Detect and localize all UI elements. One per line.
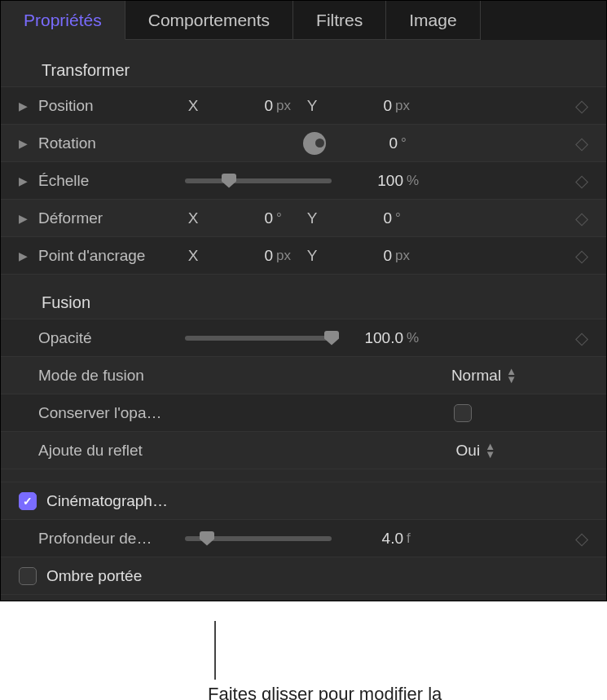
deform-y-unit: ° bbox=[395, 210, 416, 227]
blend-mode-dropdown[interactable]: Normal ▲▼ bbox=[451, 367, 517, 385]
disclosure-icon[interactable]: ▶ bbox=[19, 174, 32, 187]
add-reflection-label: Ajoute du reflet bbox=[38, 442, 177, 460]
deform-y-field[interactable]: 0 ° bbox=[327, 209, 416, 227]
blend-mode-value: Normal bbox=[451, 367, 501, 385]
disclosure-icon[interactable]: ▶ bbox=[19, 249, 32, 262]
row-preserve-opacity: Conserver l'opa… bbox=[1, 394, 606, 431]
depth-unit: f bbox=[407, 531, 428, 547]
position-x-value: 0 bbox=[235, 97, 273, 115]
row-add-reflection: Ajoute du reflet Oui ▲▼ bbox=[1, 431, 606, 469]
anchor-x-value: 0 bbox=[235, 247, 273, 265]
tab-behaviors[interactable]: Comportements bbox=[125, 1, 293, 40]
keyframe-icon[interactable]: ◇ bbox=[565, 171, 598, 191]
add-reflection-controls: Oui ▲▼ bbox=[177, 442, 565, 460]
depth-slider-thumb[interactable] bbox=[200, 531, 214, 546]
scale-label: Échelle bbox=[38, 172, 177, 190]
rotation-field[interactable]: 0 ° bbox=[332, 134, 422, 152]
rotation-dial[interactable] bbox=[303, 132, 326, 155]
scale-slider[interactable] bbox=[185, 178, 332, 183]
position-y-unit: px bbox=[395, 98, 416, 114]
row-depth: Profondeur de… 4.0 f ◇ bbox=[1, 519, 606, 557]
preserve-opacity-label: Conserver l'opa… bbox=[38, 404, 177, 422]
scale-slider-thumb[interactable] bbox=[222, 174, 236, 188]
disclosure-icon[interactable]: ▶ bbox=[19, 212, 32, 225]
scale-controls: 100 % bbox=[177, 172, 565, 190]
annotation-text: Faites glisser pour modifier la profonde… bbox=[208, 683, 501, 700]
preserve-opacity-checkbox[interactable] bbox=[454, 404, 472, 422]
drop-shadow-checkbox[interactable] bbox=[19, 567, 37, 585]
position-y-field[interactable]: 0 px bbox=[327, 97, 416, 115]
disclosure-icon[interactable]: ▶ bbox=[19, 137, 32, 150]
position-controls: X 0 px Y 0 px bbox=[177, 97, 565, 115]
keyframe-icon[interactable]: ◇ bbox=[565, 246, 598, 266]
tab-filters[interactable]: Filtres bbox=[293, 1, 386, 40]
keyframe-icon[interactable]: ◇ bbox=[565, 96, 598, 116]
rotation-label: Rotation bbox=[38, 134, 177, 152]
deform-x-value: 0 bbox=[235, 209, 273, 227]
depth-field[interactable]: 4.0 f bbox=[338, 530, 428, 548]
keyframe-icon[interactable]: ◇ bbox=[565, 529, 598, 548]
position-y-value: 0 bbox=[354, 97, 392, 115]
updown-icon: ▲▼ bbox=[506, 368, 517, 382]
row-opacity: Opacité 100.0 % ◇ bbox=[1, 319, 606, 356]
tab-bar: Propriétés Comportements Filtres Image bbox=[1, 1, 606, 40]
deform-x-unit: ° bbox=[276, 210, 297, 227]
callout-line bbox=[214, 621, 216, 680]
anchor-controls: X 0 px Y 0 px bbox=[177, 247, 565, 265]
anchor-x-field[interactable]: 0 px bbox=[208, 247, 297, 265]
scale-unit: % bbox=[407, 173, 428, 189]
depth-slider[interactable] bbox=[185, 536, 332, 541]
annotation-callout: Faites glisser pour modifier la profonde… bbox=[208, 621, 501, 700]
x-axis-label: X bbox=[185, 97, 201, 115]
preserve-opacity-controls bbox=[177, 404, 565, 422]
row-deform: ▶ Déformer X 0 ° Y 0 ° ◇ bbox=[1, 199, 606, 236]
rotation-value: 0 bbox=[360, 134, 398, 152]
tab-image[interactable]: Image bbox=[386, 1, 480, 40]
y-axis-label: Y bbox=[304, 97, 320, 115]
keyframe-icon[interactable]: ◇ bbox=[565, 209, 598, 228]
cinematic-checkbox[interactable]: ✓ bbox=[19, 492, 37, 510]
anchor-y-value: 0 bbox=[354, 247, 392, 265]
opacity-slider[interactable] bbox=[185, 336, 332, 341]
deform-x-field[interactable]: 0 ° bbox=[208, 209, 297, 227]
rotation-unit: ° bbox=[401, 135, 422, 152]
deform-controls: X 0 ° Y 0 ° bbox=[177, 209, 565, 227]
tab-properties[interactable]: Propriétés bbox=[1, 1, 125, 40]
depth-label: Profondeur de… bbox=[38, 530, 177, 548]
row-anchor: ▶ Point d'ancrage X 0 px Y 0 px ◇ bbox=[1, 236, 606, 274]
check-icon: ✓ bbox=[23, 495, 33, 508]
updown-icon: ▲▼ bbox=[485, 442, 495, 457]
position-x-field[interactable]: 0 px bbox=[208, 97, 297, 115]
blend-mode-label: Mode de fusion bbox=[38, 367, 177, 385]
scale-field[interactable]: 100 % bbox=[338, 172, 428, 190]
disclosure-icon[interactable]: ▶ bbox=[19, 99, 32, 112]
opacity-field[interactable]: 100.0 % bbox=[338, 329, 428, 347]
anchor-y-unit: px bbox=[395, 248, 416, 264]
add-reflection-value: Oui bbox=[456, 442, 481, 460]
blend-mode-controls: Normal ▲▼ bbox=[177, 367, 565, 385]
depth-value: 4.0 bbox=[366, 530, 403, 548]
row-scale: ▶ Échelle 100 % ◇ bbox=[1, 161, 606, 199]
inspector-panel: Propriétés Comportements Filtres Image T… bbox=[0, 0, 607, 601]
x-axis-label: X bbox=[185, 247, 201, 265]
section-fusion-header: Fusion bbox=[1, 287, 606, 319]
position-label: Position bbox=[38, 97, 177, 115]
opacity-slider-thumb[interactable] bbox=[324, 331, 339, 346]
keyframe-icon[interactable]: ◇ bbox=[565, 328, 598, 348]
depth-controls: 4.0 f bbox=[177, 530, 565, 548]
add-reflection-dropdown[interactable]: Oui ▲▼ bbox=[456, 442, 495, 460]
deform-label: Déformer bbox=[38, 209, 177, 227]
anchor-y-field[interactable]: 0 px bbox=[327, 247, 416, 265]
anchor-label: Point d'ancrage bbox=[38, 247, 177, 265]
keyframe-icon[interactable]: ◇ bbox=[565, 134, 598, 153]
section-drop-shadow-header: Ombre portée bbox=[1, 557, 606, 594]
section-cinematic-header: ✓ Cinématograph… bbox=[1, 482, 606, 519]
position-x-unit: px bbox=[276, 98, 297, 114]
opacity-controls: 100.0 % bbox=[177, 329, 565, 347]
opacity-value: 100.0 bbox=[364, 329, 403, 347]
deform-y-value: 0 bbox=[354, 209, 392, 227]
y-axis-label: Y bbox=[304, 247, 320, 265]
section-transformer-header: Transformer bbox=[1, 55, 606, 86]
drop-shadow-title: Ombre portée bbox=[46, 567, 185, 585]
anchor-x-unit: px bbox=[276, 248, 297, 264]
